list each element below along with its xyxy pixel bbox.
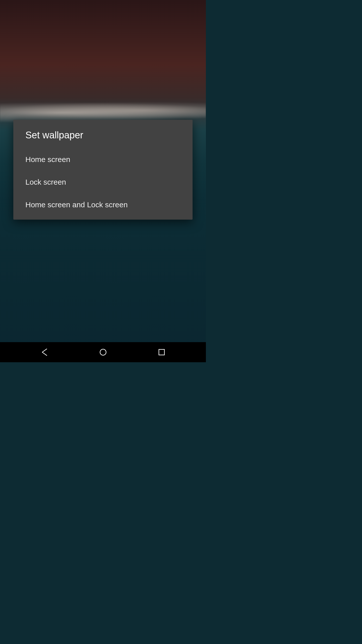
option-label: Home screen: [25, 155, 70, 164]
system-navigation-bar: [0, 342, 206, 362]
back-button[interactable]: [29, 345, 60, 360]
recents-icon: [158, 348, 165, 356]
back-icon: [40, 348, 49, 356]
dialog-title: Set wallpaper: [13, 120, 193, 148]
option-home-screen[interactable]: Home screen: [13, 148, 193, 171]
option-home-and-lock-screen[interactable]: Home screen and Lock screen: [13, 193, 193, 216]
option-label: Home screen and Lock screen: [25, 200, 128, 209]
svg-rect-1: [159, 349, 164, 355]
option-lock-screen[interactable]: Lock screen: [13, 171, 193, 193]
recents-button[interactable]: [147, 345, 177, 360]
home-icon: [99, 348, 107, 356]
option-label: Lock screen: [25, 178, 66, 186]
set-wallpaper-dialog: Set wallpaper Home screen Lock screen Ho…: [13, 120, 193, 220]
svg-point-0: [100, 349, 106, 355]
home-button[interactable]: [88, 345, 118, 360]
